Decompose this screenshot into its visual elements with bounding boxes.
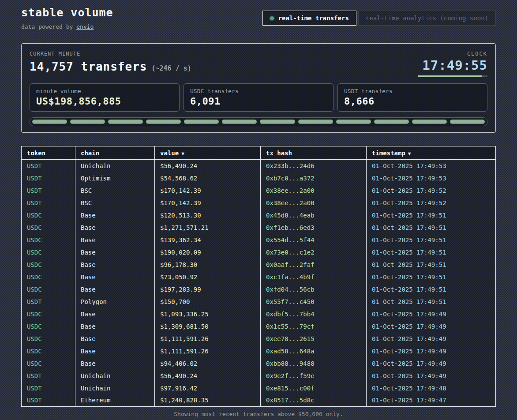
table-row: USDTBSC$170,142.390x38ee...2a0001-Oct-20… [22,197,496,209]
progress-segment [260,120,295,124]
cell-value: $1,309,681.50 [155,320,261,333]
cell-value: $96,178.30 [155,259,261,271]
cell-timestamp: 01-Oct-2025 17:49:51 [367,283,496,296]
stat-usdt-transfers: USDT transfers 8,666 [337,83,487,112]
cell-timestamp: 01-Oct-2025 17:49:49 [367,345,496,357]
cell-token: USDC [22,259,75,271]
cell-tx-hash[interactable]: 0xf1eb...6ed3 [261,221,367,234]
cell-tx-hash[interactable]: 0x9e2f...f59e [261,370,367,382]
transfers-table: token chain value▼ tx hash timestamp▼ US… [21,146,496,407]
cell-value: $1,111,591.26 [155,345,261,357]
table-row: USDCBase$197,283.990xfd04...56cb01-Oct-2… [22,283,496,296]
progress-segment [184,120,219,124]
progress-segment [298,120,333,124]
cell-tx-hash[interactable]: 0x38ee...2a00 [261,184,367,197]
tab-real-time-analytics[interactable]: real-time analytics (coming soon) [358,11,496,26]
tab-real-time-transfers[interactable]: real-time transfers [262,11,356,26]
table-row: USDCBase$1,271,571.210xf1eb...6ed301-Oct… [22,221,496,234]
cell-chain: Base [75,320,155,333]
subtitle-prefix: data powered by [21,23,76,30]
clock-progress-fill [418,75,482,77]
stat-label: USDT transfers [344,88,481,94]
cell-tx-hash[interactable]: 0xee78...2615 [261,333,367,345]
stat-usdc-transfers: USDC transfers 6,091 [184,83,333,112]
cell-timestamp: 01-Oct-2025 17:49:53 [367,172,496,184]
cell-timestamp: 01-Oct-2025 17:49:47 [367,394,496,407]
cell-token: USDT [22,184,75,197]
cell-tx-hash[interactable]: 0xbb88...9488 [261,357,367,370]
cell-tx-hash[interactable]: 0xe815...c00f [261,382,367,394]
live-dot-icon [270,16,274,20]
table-body: USDTUnichain$56,490.240x233b...24d601-Oc… [22,160,496,407]
cell-tx-hash[interactable]: 0x8517...5d8c [261,394,367,407]
cell-timestamp: 01-Oct-2025 17:49:51 [367,271,496,283]
cell-chain: Base [75,209,155,221]
col-header-timestamp[interactable]: timestamp▼ [367,146,496,160]
cell-value: $1,240,828.35 [155,394,261,407]
cell-timestamp: 01-Oct-2025 17:49:48 [367,382,496,394]
table-row: USDTPolygon$150,7000x55f7...c45001-Oct-2… [22,296,496,308]
cell-value: $56,490.24 [155,370,261,382]
table-row: USDCBase$1,111,591.260xee78...261501-Oct… [22,333,496,345]
cell-tx-hash[interactable]: 0x45d8...4eab [261,209,367,221]
cell-chain: Base [75,357,155,370]
cell-value: $73,050.92 [155,271,261,283]
cell-chain: Base [75,283,155,296]
col-header-value[interactable]: value▼ [155,146,261,160]
cell-tx-hash[interactable]: 0xc1fa...4b9f [261,271,367,283]
tab-label: real-time transfers [278,15,349,22]
cell-token: USDT [22,382,75,394]
cell-chain: BSC [75,184,155,197]
table-row: USDCBase$1,093,336.250xdbf5...7bb401-Oct… [22,308,496,320]
progress-segment [336,120,371,124]
cell-tx-hash[interactable]: 0xfd04...56cb [261,283,367,296]
cell-chain: Unichain [75,382,155,394]
cell-tx-hash[interactable]: 0xdbf5...7bb4 [261,308,367,320]
cell-token: USDT [22,197,75,209]
transfer-rate: (~246 / s) [151,64,191,72]
cell-chain: Base [75,333,155,345]
cell-chain: Polygon [75,296,155,308]
footer-note: Showing most recent transfers above $50,… [21,407,496,420]
clock-time: 17:49:55 [418,58,487,73]
table-header: token chain value▼ tx hash timestamp▼ [22,146,496,160]
sort-desc-icon: ▼ [408,151,411,157]
cell-timestamp: 01-Oct-2025 17:49:49 [367,357,496,370]
table-row: USDCBase$1,111,591.260xad58...648a01-Oct… [22,345,496,357]
cell-timestamp: 01-Oct-2025 17:49:49 [367,320,496,333]
cell-token: USDC [22,333,75,345]
progress-segment [70,120,105,124]
stat-value: US$198,856,885 [36,96,173,107]
cell-token: USDT [22,370,75,382]
table-row: USDTOptimism$54,568.620xb7c0...a37201-Oc… [22,172,496,184]
table-row: USDTBSC$170,142.390x38ee...2a0001-Oct-20… [22,184,496,197]
cell-chain: Base [75,234,155,246]
table-row: USDCBase$96,178.300x0aaf...2faf01-Oct-20… [22,259,496,271]
table-row: USDCBase$73,050.920xc1fa...4b9f01-Oct-20… [22,271,496,283]
progress-segment [222,120,257,124]
current-minute-label: CURRENT MINUTE [30,51,191,57]
cell-tx-hash[interactable]: 0x1c55...79cf [261,320,367,333]
cell-tx-hash[interactable]: 0x73e0...c1e2 [261,246,367,259]
cell-value: $170,142.39 [155,184,261,197]
stat-label: USDC transfers [190,88,327,94]
table-row: USDCBase$120,513.300x45d8...4eab01-Oct-2… [22,209,496,221]
cell-token: USDT [22,394,75,407]
envio-link[interactable]: envio [76,23,94,30]
stat-value: 8,666 [344,96,481,107]
cell-tx-hash[interactable]: 0x38ee...2a00 [261,197,367,209]
cell-chain: BSC [75,197,155,209]
cell-tx-hash[interactable]: 0x0aaf...2faf [261,259,367,271]
cell-tx-hash[interactable]: 0x55f7...c450 [261,296,367,308]
cell-value: $139,362.34 [155,234,261,246]
cell-tx-hash[interactable]: 0x233b...24d6 [261,160,367,172]
cell-token: USDC [22,209,75,221]
cell-timestamp: 01-Oct-2025 17:49:51 [367,259,496,271]
cell-chain: Base [75,221,155,234]
cell-tx-hash[interactable]: 0xb7c0...a372 [261,172,367,184]
cell-tx-hash[interactable]: 0xad58...648a [261,345,367,357]
cell-tx-hash[interactable]: 0x554d...5f44 [261,234,367,246]
cell-timestamp: 01-Oct-2025 17:49:49 [367,308,496,320]
minute-stats-row: minute volume US$198,856,885 USDC transf… [30,83,487,112]
cell-timestamp: 01-Oct-2025 17:49:51 [367,209,496,221]
